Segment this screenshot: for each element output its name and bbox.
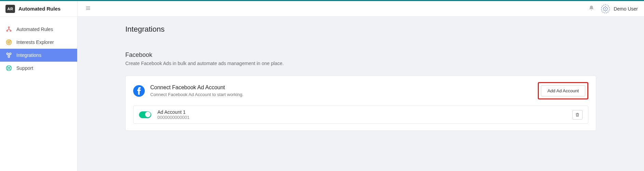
delete-account-button[interactable] <box>572 110 583 120</box>
content: Integrations Facebook Create Facebook Ad… <box>78 17 644 139</box>
svg-point-6 <box>6 53 8 55</box>
connect-title: Connect Facebook Ad Account <box>150 84 532 91</box>
account-id: 0000000000001 <box>157 115 566 120</box>
user-menu[interactable]: Demo User <box>601 4 638 14</box>
svg-point-16 <box>606 7 607 7</box>
support-icon <box>5 65 12 72</box>
integrations-icon <box>5 52 12 59</box>
account-enabled-toggle[interactable] <box>139 111 151 118</box>
target-icon <box>5 39 12 46</box>
account-text: Ad Account 1 0000000000001 <box>157 109 566 120</box>
main: Demo User Integrations Facebook Create F… <box>78 1 644 171</box>
svg-point-7 <box>10 53 11 55</box>
sidebar-header: AR Automated Rules <box>0 1 77 17</box>
svg-point-5 <box>9 42 10 43</box>
user-name: Demo User <box>614 6 638 12</box>
svg-point-0 <box>8 27 9 28</box>
menu-toggle-button[interactable] <box>84 4 93 14</box>
svg-point-18 <box>606 10 607 10</box>
sidebar-item-label: Integrations <box>16 52 41 58</box>
sidebar-item-label: Automated Rules <box>16 27 53 32</box>
page-title: Integrations <box>125 25 596 34</box>
svg-point-19 <box>605 6 606 7</box>
svg-point-15 <box>604 7 604 7</box>
section-title: Facebook <box>125 51 596 59</box>
sidebar-item-label: Interests Explorer <box>16 40 54 45</box>
connect-subtitle: Connect Facebook Ad Account to start wor… <box>150 92 532 97</box>
avatar <box>601 4 610 14</box>
sidebar-item-interests-explorer[interactable]: Interests Explorer <box>0 36 77 49</box>
rules-icon <box>5 26 12 33</box>
add-account-highlight: Add Ad Account <box>538 82 588 99</box>
notifications-button[interactable] <box>588 5 594 13</box>
connect-row: Connect Facebook Ad Account Connect Face… <box>133 82 588 99</box>
toggle-knob <box>145 112 151 117</box>
sidebar-item-automated-rules[interactable]: Automated Rules <box>0 23 77 36</box>
facebook-icon <box>133 85 145 97</box>
svg-point-2 <box>10 30 11 31</box>
section-description: Create Facebook Ads in bulk and automate… <box>125 61 596 66</box>
sidebar-item-label: Support <box>16 65 33 71</box>
svg-point-1 <box>6 30 8 31</box>
svg-point-23 <box>605 8 606 9</box>
sidebar: AR Automated Rules Automated Rules <box>0 1 78 171</box>
account-name: Ad Account 1 <box>157 109 566 115</box>
topbar: Demo User <box>78 1 644 17</box>
connect-text: Connect Facebook Ad Account Connect Face… <box>150 84 532 97</box>
sidebar-nav: Automated Rules Interests Explorer <box>0 17 77 75</box>
app-logo: AR <box>5 5 15 13</box>
svg-point-22 <box>607 8 608 9</box>
svg-point-20 <box>605 10 606 11</box>
sidebar-item-integrations[interactable]: Integrations <box>0 49 77 62</box>
svg-point-17 <box>604 10 604 10</box>
svg-point-10 <box>8 67 10 69</box>
ad-account-row: Ad Account 1 0000000000001 <box>133 106 588 124</box>
facebook-panel: Connect Facebook Ad Account Connect Face… <box>125 76 596 131</box>
add-ad-account-button[interactable]: Add Ad Account <box>541 85 585 96</box>
svg-point-21 <box>603 8 604 9</box>
sidebar-item-support[interactable]: Support <box>0 62 77 75</box>
topbar-right: Demo User <box>588 4 638 14</box>
trash-icon <box>575 112 580 117</box>
app-title: Automated Rules <box>18 6 60 12</box>
